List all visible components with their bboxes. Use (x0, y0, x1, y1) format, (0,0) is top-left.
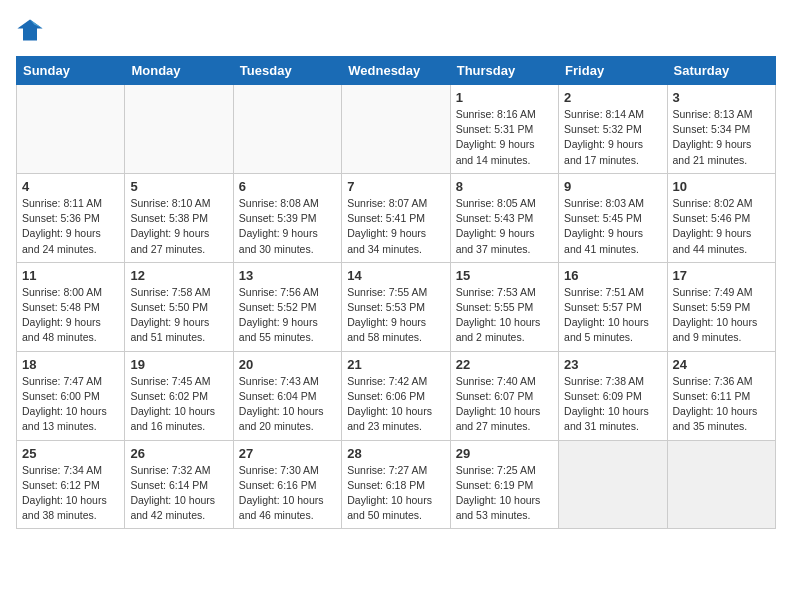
day-info: Sunrise: 7:56 AM Sunset: 5:52 PM Dayligh… (239, 285, 336, 346)
day-info: Sunrise: 8:02 AM Sunset: 5:46 PM Dayligh… (673, 196, 770, 257)
day-number: 17 (673, 268, 770, 283)
day-info: Sunrise: 8:10 AM Sunset: 5:38 PM Dayligh… (130, 196, 227, 257)
day-number: 12 (130, 268, 227, 283)
calendar-cell: 4Sunrise: 8:11 AM Sunset: 5:36 PM Daylig… (17, 173, 125, 262)
calendar-cell: 11Sunrise: 8:00 AM Sunset: 5:48 PM Dayli… (17, 262, 125, 351)
day-info: Sunrise: 7:58 AM Sunset: 5:50 PM Dayligh… (130, 285, 227, 346)
day-info: Sunrise: 8:11 AM Sunset: 5:36 PM Dayligh… (22, 196, 119, 257)
calendar-cell (559, 440, 667, 529)
day-info: Sunrise: 7:55 AM Sunset: 5:53 PM Dayligh… (347, 285, 444, 346)
calendar-cell: 29Sunrise: 7:25 AM Sunset: 6:19 PM Dayli… (450, 440, 558, 529)
calendar-cell: 22Sunrise: 7:40 AM Sunset: 6:07 PM Dayli… (450, 351, 558, 440)
day-info: Sunrise: 8:14 AM Sunset: 5:32 PM Dayligh… (564, 107, 661, 168)
day-number: 9 (564, 179, 661, 194)
week-row-5: 25Sunrise: 7:34 AM Sunset: 6:12 PM Dayli… (17, 440, 776, 529)
calendar-cell: 18Sunrise: 7:47 AM Sunset: 6:00 PM Dayli… (17, 351, 125, 440)
day-header-wednesday: Wednesday (342, 57, 450, 85)
day-info: Sunrise: 7:43 AM Sunset: 6:04 PM Dayligh… (239, 374, 336, 435)
calendar-cell: 5Sunrise: 8:10 AM Sunset: 5:38 PM Daylig… (125, 173, 233, 262)
calendar-cell: 28Sunrise: 7:27 AM Sunset: 6:18 PM Dayli… (342, 440, 450, 529)
day-number: 26 (130, 446, 227, 461)
calendar-cell: 19Sunrise: 7:45 AM Sunset: 6:02 PM Dayli… (125, 351, 233, 440)
day-info: Sunrise: 7:34 AM Sunset: 6:12 PM Dayligh… (22, 463, 119, 524)
day-number: 16 (564, 268, 661, 283)
day-number: 10 (673, 179, 770, 194)
calendar-cell: 7Sunrise: 8:07 AM Sunset: 5:41 PM Daylig… (342, 173, 450, 262)
day-number: 28 (347, 446, 444, 461)
day-number: 19 (130, 357, 227, 372)
day-info: Sunrise: 7:42 AM Sunset: 6:06 PM Dayligh… (347, 374, 444, 435)
day-info: Sunrise: 7:45 AM Sunset: 6:02 PM Dayligh… (130, 374, 227, 435)
day-header-friday: Friday (559, 57, 667, 85)
day-number: 8 (456, 179, 553, 194)
day-info: Sunrise: 7:47 AM Sunset: 6:00 PM Dayligh… (22, 374, 119, 435)
logo-bird-icon (16, 16, 44, 44)
calendar-cell: 24Sunrise: 7:36 AM Sunset: 6:11 PM Dayli… (667, 351, 775, 440)
day-number: 5 (130, 179, 227, 194)
calendar-cell: 26Sunrise: 7:32 AM Sunset: 6:14 PM Dayli… (125, 440, 233, 529)
day-number: 13 (239, 268, 336, 283)
calendar-cell: 12Sunrise: 7:58 AM Sunset: 5:50 PM Dayli… (125, 262, 233, 351)
calendar-cell: 21Sunrise: 7:42 AM Sunset: 6:06 PM Dayli… (342, 351, 450, 440)
calendar-cell: 9Sunrise: 8:03 AM Sunset: 5:45 PM Daylig… (559, 173, 667, 262)
day-number: 18 (22, 357, 119, 372)
calendar-cell: 27Sunrise: 7:30 AM Sunset: 6:16 PM Dayli… (233, 440, 341, 529)
days-header-row: SundayMondayTuesdayWednesdayThursdayFrid… (17, 57, 776, 85)
calendar-cell (233, 85, 341, 174)
calendar-cell: 2Sunrise: 8:14 AM Sunset: 5:32 PM Daylig… (559, 85, 667, 174)
day-header-monday: Monday (125, 57, 233, 85)
day-info: Sunrise: 7:32 AM Sunset: 6:14 PM Dayligh… (130, 463, 227, 524)
day-info: Sunrise: 8:05 AM Sunset: 5:43 PM Dayligh… (456, 196, 553, 257)
day-number: 1 (456, 90, 553, 105)
day-number: 14 (347, 268, 444, 283)
calendar-table: SundayMondayTuesdayWednesdayThursdayFrid… (16, 56, 776, 529)
day-info: Sunrise: 8:07 AM Sunset: 5:41 PM Dayligh… (347, 196, 444, 257)
calendar-cell: 13Sunrise: 7:56 AM Sunset: 5:52 PM Dayli… (233, 262, 341, 351)
day-info: Sunrise: 7:53 AM Sunset: 5:55 PM Dayligh… (456, 285, 553, 346)
day-header-sunday: Sunday (17, 57, 125, 85)
day-info: Sunrise: 7:36 AM Sunset: 6:11 PM Dayligh… (673, 374, 770, 435)
day-number: 6 (239, 179, 336, 194)
day-number: 27 (239, 446, 336, 461)
day-number: 3 (673, 90, 770, 105)
calendar-cell: 8Sunrise: 8:05 AM Sunset: 5:43 PM Daylig… (450, 173, 558, 262)
calendar-cell (342, 85, 450, 174)
day-info: Sunrise: 7:38 AM Sunset: 6:09 PM Dayligh… (564, 374, 661, 435)
day-number: 29 (456, 446, 553, 461)
calendar-cell (17, 85, 125, 174)
day-info: Sunrise: 7:49 AM Sunset: 5:59 PM Dayligh… (673, 285, 770, 346)
calendar-cell (125, 85, 233, 174)
calendar-cell: 25Sunrise: 7:34 AM Sunset: 6:12 PM Dayli… (17, 440, 125, 529)
day-number: 24 (673, 357, 770, 372)
day-info: Sunrise: 7:51 AM Sunset: 5:57 PM Dayligh… (564, 285, 661, 346)
calendar-cell: 23Sunrise: 7:38 AM Sunset: 6:09 PM Dayli… (559, 351, 667, 440)
day-number: 7 (347, 179, 444, 194)
calendar-cell: 16Sunrise: 7:51 AM Sunset: 5:57 PM Dayli… (559, 262, 667, 351)
day-info: Sunrise: 7:30 AM Sunset: 6:16 PM Dayligh… (239, 463, 336, 524)
calendar-cell: 6Sunrise: 8:08 AM Sunset: 5:39 PM Daylig… (233, 173, 341, 262)
day-number: 11 (22, 268, 119, 283)
calendar-cell (667, 440, 775, 529)
day-info: Sunrise: 8:13 AM Sunset: 5:34 PM Dayligh… (673, 107, 770, 168)
calendar-cell: 10Sunrise: 8:02 AM Sunset: 5:46 PM Dayli… (667, 173, 775, 262)
calendar-cell: 17Sunrise: 7:49 AM Sunset: 5:59 PM Dayli… (667, 262, 775, 351)
week-row-4: 18Sunrise: 7:47 AM Sunset: 6:00 PM Dayli… (17, 351, 776, 440)
day-header-tuesday: Tuesday (233, 57, 341, 85)
day-number: 2 (564, 90, 661, 105)
day-number: 21 (347, 357, 444, 372)
week-row-2: 4Sunrise: 8:11 AM Sunset: 5:36 PM Daylig… (17, 173, 776, 262)
day-info: Sunrise: 8:00 AM Sunset: 5:48 PM Dayligh… (22, 285, 119, 346)
logo (16, 16, 48, 44)
day-info: Sunrise: 8:16 AM Sunset: 5:31 PM Dayligh… (456, 107, 553, 168)
calendar-cell: 1Sunrise: 8:16 AM Sunset: 5:31 PM Daylig… (450, 85, 558, 174)
day-number: 15 (456, 268, 553, 283)
day-number: 25 (22, 446, 119, 461)
calendar-cell: 15Sunrise: 7:53 AM Sunset: 5:55 PM Dayli… (450, 262, 558, 351)
day-info: Sunrise: 7:25 AM Sunset: 6:19 PM Dayligh… (456, 463, 553, 524)
calendar-cell: 14Sunrise: 7:55 AM Sunset: 5:53 PM Dayli… (342, 262, 450, 351)
svg-marker-0 (17, 20, 42, 41)
day-info: Sunrise: 7:40 AM Sunset: 6:07 PM Dayligh… (456, 374, 553, 435)
day-number: 4 (22, 179, 119, 194)
page-header (16, 16, 776, 44)
calendar-cell: 3Sunrise: 8:13 AM Sunset: 5:34 PM Daylig… (667, 85, 775, 174)
